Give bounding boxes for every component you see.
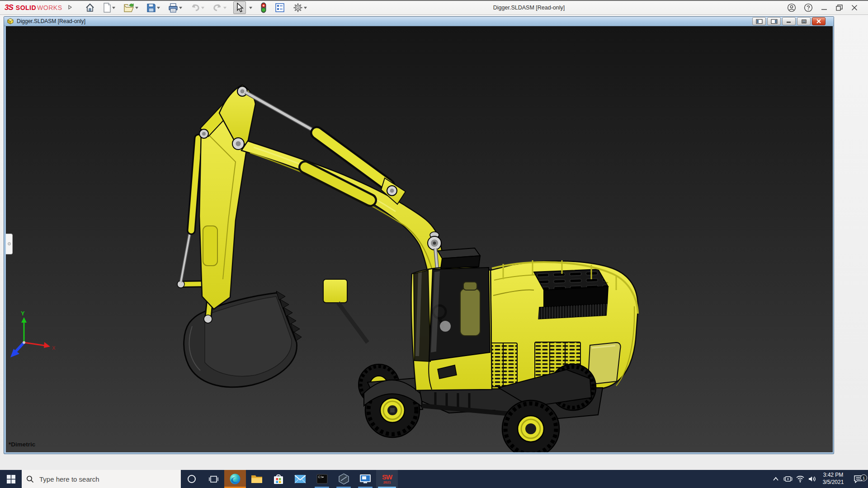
open-button[interactable] xyxy=(122,1,140,14)
engine-block xyxy=(534,269,608,319)
system-tray: 3:42 PM 3/5/2021 1 xyxy=(769,470,868,488)
search-icon xyxy=(26,475,34,483)
pane-right-button[interactable] xyxy=(767,17,781,25)
dropdown-arrow-icon xyxy=(135,7,138,9)
bucket-cylinder xyxy=(181,138,198,282)
taskbar-app-hexagon-tool[interactable] xyxy=(333,470,354,488)
document-window: Digger.SLDASM [Read-only] xyxy=(4,16,834,454)
viewport-3d[interactable]: Y X *Dimetric xyxy=(6,26,833,452)
triad-x-label: X xyxy=(52,345,56,351)
redo-icon xyxy=(212,3,222,12)
start-button[interactable] xyxy=(0,470,22,488)
taskbar: C:\ SW 2021 xyxy=(0,470,868,488)
dropdown-arrow-icon xyxy=(179,7,182,9)
tray-volume-button[interactable] xyxy=(806,475,818,483)
open-folder-icon xyxy=(123,3,134,13)
remote-desktop-icon xyxy=(359,474,371,484)
pane-left-button[interactable] xyxy=(752,17,766,25)
taskbar-search[interactable] xyxy=(22,470,181,488)
toolbar-flyout-arrow[interactable] xyxy=(68,5,72,10)
dropdown-arrow-icon xyxy=(112,7,115,9)
user-account-icon[interactable] xyxy=(787,3,796,12)
doc-minimize-button[interactable] xyxy=(782,17,796,25)
workspace: Digger.SLDASM [Read-only] xyxy=(0,15,868,470)
document-titlebar[interactable]: Digger.SLDASM [Read-only] xyxy=(4,17,834,26)
panel-tab-dot-icon xyxy=(8,242,11,245)
chevron-right-icon xyxy=(68,5,72,9)
home-icon xyxy=(85,3,95,13)
taskbar-app-store[interactable] xyxy=(268,470,289,488)
solidworks-taskbar-icon: SW 2021 xyxy=(382,474,392,484)
roof-box xyxy=(438,248,480,268)
document-title: Digger.SLDASM [Read-only] xyxy=(17,18,85,24)
tray-time: 3:42 PM xyxy=(818,472,848,479)
dropdown-arrow-icon xyxy=(157,7,160,9)
minimize-icon xyxy=(786,19,792,23)
tray-chevron-button[interactable] xyxy=(769,477,782,481)
taskbar-app-file-explorer[interactable] xyxy=(246,470,268,488)
file-properties-button[interactable] xyxy=(274,1,286,14)
windows-start-icon xyxy=(7,475,15,483)
pane-left-icon xyxy=(756,19,763,24)
cortana-icon xyxy=(187,474,197,484)
options-button[interactable] xyxy=(292,1,308,14)
mail-icon xyxy=(294,474,306,483)
tray-wifi-button[interactable] xyxy=(794,475,806,483)
app-title: Digger.SLDASM [Read-only] xyxy=(280,5,778,11)
window-controls xyxy=(787,3,868,12)
rebuild-button[interactable] xyxy=(259,1,268,14)
print-button[interactable] xyxy=(167,1,184,14)
triad-y-label: Y xyxy=(21,310,25,317)
excavator-model: Y X *Dimetric xyxy=(6,26,833,452)
print-icon xyxy=(168,3,178,13)
wifi-icon xyxy=(796,475,805,483)
search-input[interactable] xyxy=(38,475,176,483)
select-dropdown[interactable] xyxy=(247,1,254,14)
tray-date: 3/5/2021 xyxy=(818,479,848,486)
tray-clock[interactable]: 3:42 PM 3/5/2021 xyxy=(818,472,848,486)
front-step xyxy=(323,279,347,303)
cortana-button[interactable] xyxy=(181,470,203,488)
task-view-button[interactable] xyxy=(203,470,224,488)
solidworks-logo: 3S SOLIDWORKS xyxy=(5,3,62,12)
dropdown-arrow-icon xyxy=(249,7,252,9)
taskbar-app-command-prompt[interactable]: C:\ xyxy=(311,470,333,488)
save-button[interactable] xyxy=(145,1,161,14)
save-icon xyxy=(146,3,156,13)
command-prompt-icon: C:\ xyxy=(316,474,328,484)
edge-icon xyxy=(229,473,241,485)
minimize-icon[interactable] xyxy=(821,4,828,11)
options-gear-icon xyxy=(293,3,303,13)
new-document-button[interactable] xyxy=(102,1,117,14)
feature-panel-collapsed-tab[interactable] xyxy=(6,234,13,254)
doc-close-button[interactable] xyxy=(812,17,826,25)
taskbar-app-edge[interactable] xyxy=(224,470,246,488)
close-icon[interactable] xyxy=(851,4,858,11)
dropdown-arrow-icon xyxy=(201,7,204,9)
redo-button[interactable] xyxy=(211,1,228,14)
microsoft-store-icon xyxy=(273,474,284,485)
meet-now-icon xyxy=(783,475,793,483)
taskbar-app-remote-desktop[interactable] xyxy=(354,470,376,488)
volume-icon xyxy=(808,475,817,483)
doc-restore-button[interactable] xyxy=(797,17,811,25)
view-orientation-label: *Dimetric xyxy=(9,441,36,448)
action-center-button[interactable]: 1 xyxy=(848,475,868,483)
hexagon-app-icon xyxy=(338,473,349,485)
taskbar-app-solidworks[interactable]: SW 2021 xyxy=(376,470,398,488)
assembly-document-icon xyxy=(7,18,14,25)
restore-down-icon[interactable] xyxy=(835,4,843,11)
help-icon[interactable] xyxy=(804,3,813,12)
undo-button[interactable] xyxy=(189,1,206,14)
pane-right-icon xyxy=(771,19,778,24)
taskbar-app-mail[interactable] xyxy=(289,470,311,488)
notification-badge: 1 xyxy=(860,474,867,481)
logo-3s-glyph: 3S xyxy=(5,3,13,12)
cab xyxy=(411,267,492,390)
dropdown-arrow-icon xyxy=(304,7,307,9)
app-titlebar: 3S SOLIDWORKS xyxy=(0,0,868,15)
tray-meet-now-button[interactable] xyxy=(782,475,794,483)
select-button[interactable] xyxy=(233,1,246,14)
file-explorer-icon xyxy=(251,474,263,484)
home-button[interactable] xyxy=(84,1,96,14)
